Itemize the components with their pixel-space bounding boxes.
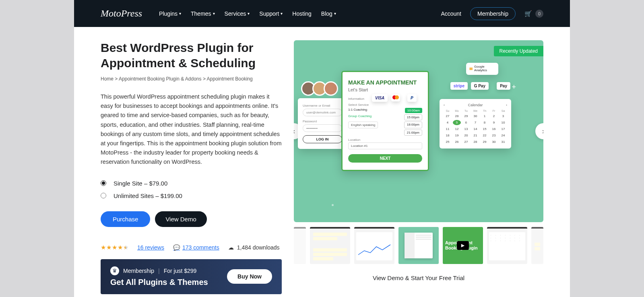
chevron-down-icon: ▾ — [281, 11, 283, 16]
nav-plugins[interactable]: Plugins▾ — [159, 10, 181, 17]
reviews-link[interactable]: 16 reviews — [137, 244, 164, 251]
chevron-down-icon: ▾ — [248, 11, 250, 16]
cart-count: 0 — [535, 10, 543, 18]
nav-label: Services — [225, 10, 246, 17]
price-option-single[interactable]: Single Site – $79.00 — [101, 180, 282, 187]
price-radio-unlimited[interactable] — [101, 193, 106, 198]
star-icon: ★ — [101, 244, 106, 251]
account-link[interactable]: Account — [441, 10, 461, 17]
main-nav: Plugins▾ Themes▾ Services▾ Support▾ Host… — [159, 10, 441, 17]
breadcrumb-current: Appointment Booking — [207, 76, 253, 82]
breadcrumb: Home > Appointment Booking Plugin & Addo… — [101, 76, 282, 82]
gpay-chip: G Pay — [471, 82, 489, 90]
nav-label: Themes — [191, 10, 211, 17]
thumb-1[interactable] — [310, 227, 350, 264]
star-half-icon: ★ — [123, 244, 128, 251]
mb-title: Get All Plugins & Themes — [110, 278, 208, 287]
price-option-unlimited[interactable]: Unlimited Sites – $199.00 — [101, 192, 282, 199]
header-right: Account Membership 🛒 0 — [441, 7, 543, 20]
membership-banner: ♛ Membership | For just $299 Get All Plu… — [101, 259, 282, 294]
cart-button[interactable]: 🛒 0 — [524, 10, 543, 18]
breadcrumb-category[interactable]: Appointment Booking Plugin & Addons — [119, 76, 201, 82]
applepay-chip: Pay — [497, 82, 510, 90]
price-label: Single Site – $79.00 — [114, 180, 167, 187]
cart-icon: 🛒 — [524, 10, 532, 17]
site-header: MotoPress Plugins▾ Themes▾ Services▾ Sup… — [74, 0, 570, 27]
star-icon: ★ — [118, 244, 123, 251]
nav-label: Support — [259, 10, 279, 17]
avatar — [324, 81, 338, 96]
membership-button[interactable]: Membership — [470, 7, 516, 20]
ga-chip: ▮▮ Google Analytics — [466, 63, 498, 75]
mb-label: Membership — [123, 268, 154, 274]
buy-now-button[interactable]: Buy Now — [227, 269, 272, 284]
nav-support[interactable]: Support▾ — [259, 10, 283, 17]
nav-services[interactable]: Services▾ — [225, 10, 250, 17]
downloads-stat: ☁ 1,484 downloads — [228, 244, 280, 251]
thumb-3[interactable] — [398, 227, 439, 264]
chevron-down-icon: ▾ — [179, 11, 181, 16]
comments-link[interactable]: 💬 173 comments — [173, 244, 219, 251]
view-demo-button[interactable]: View Demo — [155, 211, 206, 227]
chevron-down-icon: ▾ — [334, 11, 336, 16]
download-icon: ☁ — [228, 244, 234, 251]
nav-themes[interactable]: Themes▾ — [191, 10, 215, 17]
thumbnail-strip: Appointment Booking Plugin ▶ ······· ···… — [294, 227, 543, 264]
breadcrumb-home[interactable]: Home — [101, 76, 114, 82]
star-icon: ★ — [106, 244, 111, 251]
mb-price: For just $299 — [164, 268, 197, 274]
purchase-button[interactable]: Purchase — [101, 211, 150, 227]
thumb-2[interactable] — [354, 227, 394, 264]
pricing-options: Single Site – $79.00 Unlimited Sites – $… — [101, 180, 282, 199]
stats-row: ★ ★ ★ ★ ★ 16 reviews 💬 173 comments ☁ 1,… — [101, 244, 282, 251]
thumb-5[interactable]: ······· ······· ······· — [487, 227, 527, 264]
avatar-group — [301, 81, 335, 96]
plus-icon: + — [512, 83, 516, 91]
nav-hosting[interactable]: Hosting — [292, 10, 311, 17]
hero-slide: Recently Updated ‹ › U — [294, 40, 543, 222]
thumb-next[interactable] — [531, 227, 543, 264]
visa-chip: VISA — [372, 94, 388, 102]
thumb-prev[interactable] — [294, 227, 306, 264]
calendar-mock-card: ‹Calendar› SuMoTuWeThFrSa272829301234567… — [440, 99, 511, 148]
thumb-video[interactable]: Appointment Booking Plugin ▶ — [443, 227, 483, 264]
logo[interactable]: MotoPress — [101, 8, 142, 19]
demo-trial-link[interactable]: View Demo & Start Your Free Trial — [294, 274, 543, 281]
stripe-chip: stripe — [450, 82, 468, 90]
nav-label: Blog — [321, 10, 332, 17]
mastercard-chip — [391, 94, 400, 101]
deco-dot — [332, 204, 334, 206]
analytics-icon: ▮▮ — [469, 67, 473, 70]
login-mock-card: Username or Email user@demolink.com Pass… — [298, 98, 347, 149]
crown-icon: ♛ — [110, 266, 119, 275]
page-title: Best WordPress Plugin for Appointment & … — [101, 40, 282, 70]
appointment-mock-card: MAKE AN APPOINTMENT Let's Start Informat… — [341, 71, 429, 171]
slide-next-button[interactable]: › — [535, 123, 543, 139]
chevron-down-icon: ▾ — [213, 11, 215, 16]
nav-blog[interactable]: Blog▾ — [321, 10, 336, 17]
paypal-chip: P — [407, 94, 417, 102]
nav-label: Hosting — [292, 10, 311, 17]
recently-updated-badge: Recently Updated — [494, 46, 543, 56]
product-description: This powerful WordPress appointment sche… — [101, 92, 282, 167]
price-label: Unlimited Sites – $199.00 — [114, 192, 182, 199]
nav-label: Plugins — [159, 10, 178, 17]
price-radio-single[interactable] — [101, 180, 106, 186]
star-rating: ★ ★ ★ ★ ★ — [101, 244, 128, 251]
comment-icon: 💬 — [173, 244, 180, 251]
star-icon: ★ — [112, 244, 117, 251]
play-icon: ▶ — [457, 241, 469, 250]
